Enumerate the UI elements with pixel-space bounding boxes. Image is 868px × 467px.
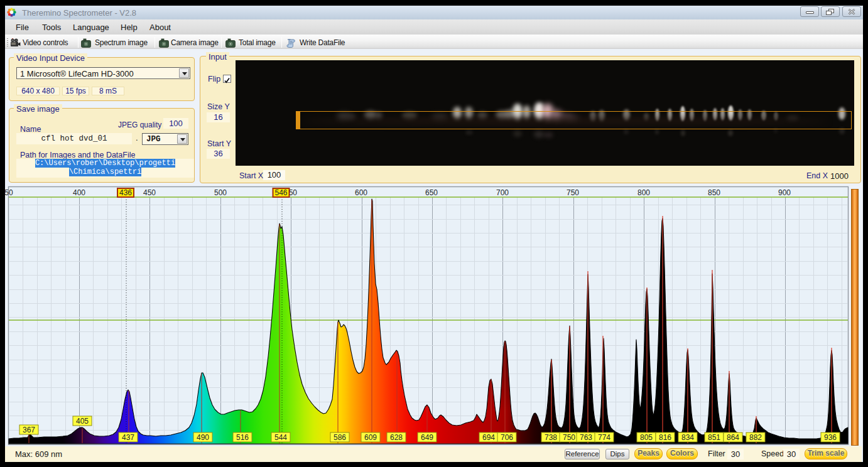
svg-text:750: 750	[567, 188, 579, 197]
svg-text:649: 649	[421, 433, 433, 442]
svg-text:800: 800	[637, 188, 650, 197]
svg-text:400: 400	[73, 188, 85, 197]
svg-text:700: 700	[496, 188, 509, 197]
svg-text:450: 450	[143, 188, 156, 197]
svg-text:650: 650	[425, 188, 438, 197]
svg-text:437: 437	[122, 433, 134, 442]
svg-text:774: 774	[598, 433, 610, 442]
svg-text:405: 405	[76, 417, 89, 426]
svg-text:936: 936	[824, 433, 837, 442]
svg-text:882: 882	[749, 433, 762, 442]
svg-text:816: 816	[659, 433, 671, 442]
svg-text:546: 546	[274, 188, 287, 197]
svg-text:900: 900	[778, 188, 791, 197]
svg-text:851: 851	[708, 433, 720, 442]
svg-text:864: 864	[727, 433, 739, 442]
svg-text:850: 850	[708, 188, 720, 197]
svg-text:738: 738	[545, 433, 557, 442]
svg-text:367: 367	[23, 426, 35, 434]
svg-text:763: 763	[580, 433, 592, 442]
svg-text:516: 516	[236, 433, 249, 442]
svg-text:805: 805	[640, 433, 653, 442]
svg-text:694: 694	[482, 433, 495, 442]
svg-text:490: 490	[197, 433, 209, 442]
svg-text:609: 609	[364, 433, 377, 442]
svg-text:834: 834	[681, 433, 694, 442]
svg-text:750: 750	[563, 433, 575, 442]
svg-text:586: 586	[334, 433, 346, 442]
svg-text:544: 544	[274, 433, 287, 442]
svg-text:500: 500	[214, 188, 227, 197]
svg-text:706: 706	[501, 433, 513, 442]
svg-text:436: 436	[119, 188, 132, 197]
svg-text:600: 600	[355, 188, 367, 197]
svg-text:628: 628	[390, 433, 403, 442]
svg-text:50: 50	[4, 188, 13, 197]
